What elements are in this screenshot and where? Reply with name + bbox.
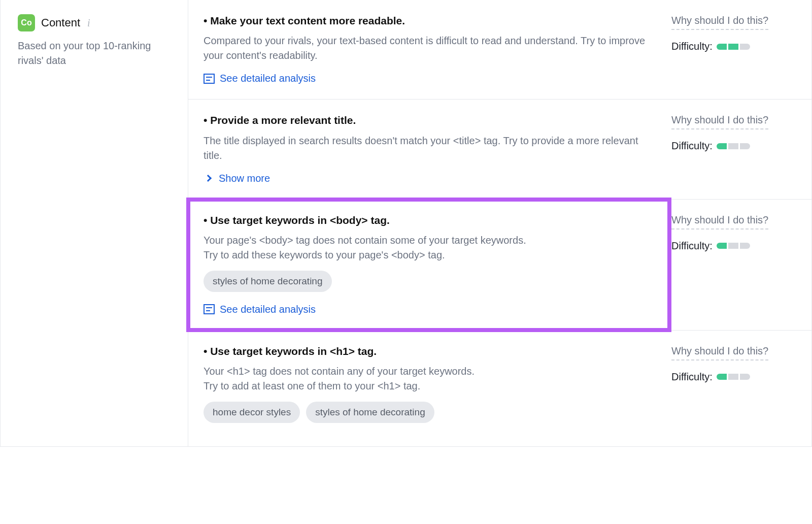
- difficulty-segment: [717, 143, 727, 149]
- why-link[interactable]: Why should I do this?: [671, 13, 768, 30]
- recommendation-meta: Why should I do this?Difficulty:: [669, 100, 811, 199]
- difficulty-segment: [740, 143, 750, 149]
- recommendation-body: Make your text content more readable.Com…: [188, 0, 669, 99]
- difficulty-meter: [717, 374, 750, 380]
- recommendation-item: Provide a more relevant title.The title …: [188, 100, 811, 199]
- difficulty-row: Difficulty:: [671, 139, 800, 153]
- difficulty-label: Difficulty:: [671, 370, 713, 384]
- recommendation-item: Use target keywords in <body> tag.Your p…: [188, 200, 811, 331]
- link-label: Show more: [219, 171, 270, 186]
- difficulty-segment: [740, 243, 750, 249]
- recommendation-body: Use target keywords in <h1> tag.Your <h1…: [188, 331, 669, 446]
- difficulty-segment: [728, 44, 738, 50]
- difficulty-meter: [717, 143, 750, 149]
- difficulty-label: Difficulty:: [671, 139, 713, 153]
- content-recommendations-panel: Co Content i Based on your top 10-rankin…: [0, 0, 812, 447]
- document-icon: [204, 304, 215, 314]
- recommendation-title: Make your text content more readable.: [204, 13, 654, 28]
- difficulty-segment: [728, 374, 738, 380]
- recommendation-meta: Why should I do this?Difficulty:: [669, 0, 811, 99]
- difficulty-row: Difficulty:: [671, 239, 800, 253]
- sidebar: Co Content i Based on your top 10-rankin…: [1, 0, 188, 446]
- difficulty-row: Difficulty:: [671, 370, 800, 384]
- sidebar-header: Co Content i: [18, 14, 173, 31]
- recommendation-body: Use target keywords in <body> tag.Your p…: [188, 200, 669, 330]
- difficulty-meter: [717, 243, 750, 249]
- document-icon: [204, 74, 215, 84]
- difficulty-segment: [717, 243, 727, 249]
- recommendation-description: Your page's <body> tag does not contain …: [204, 233, 654, 263]
- sidebar-title: Content: [41, 15, 80, 31]
- recommendation-meta: Why should I do this?Difficulty:: [669, 200, 811, 330]
- sidebar-subtitle: Based on your top 10-ranking rivals' dat…: [18, 39, 173, 68]
- why-link[interactable]: Why should I do this?: [671, 113, 768, 129]
- difficulty-label: Difficulty:: [671, 39, 713, 54]
- see-detailed-analysis-link[interactable]: See detailed analysis: [204, 71, 654, 86]
- chevron-right-icon: [205, 175, 212, 182]
- recommendation-item: Make your text content more readable.Com…: [188, 0, 811, 100]
- difficulty-segment: [740, 44, 750, 50]
- difficulty-segment: [728, 243, 738, 249]
- show-more-link[interactable]: Show more: [204, 171, 654, 186]
- recommendation-description: Your <h1> tag does not contain any of yo…: [204, 364, 654, 394]
- keyword-pill[interactable]: styles of home decorating: [306, 402, 434, 423]
- why-link[interactable]: Why should I do this?: [671, 344, 768, 361]
- keyword-pill-row: styles of home decorating: [204, 271, 654, 292]
- recommendation-body: Provide a more relevant title.The title …: [188, 100, 669, 199]
- recommendation-meta: Why should I do this?Difficulty:: [669, 331, 811, 446]
- recommendations-list: Make your text content more readable.Com…: [188, 0, 811, 446]
- difficulty-segment: [740, 374, 750, 380]
- link-label: See detailed analysis: [220, 71, 316, 86]
- difficulty-meter: [717, 44, 750, 50]
- recommendation-title: Use target keywords in <h1> tag.: [204, 344, 654, 359]
- recommendation-title: Provide a more relevant title.: [204, 113, 654, 128]
- difficulty-segment: [728, 143, 738, 149]
- difficulty-label: Difficulty:: [671, 239, 713, 253]
- keyword-pill[interactable]: styles of home decorating: [204, 271, 332, 292]
- keyword-pill-row: home decor stylesstyles of home decorati…: [204, 402, 654, 423]
- keyword-pill[interactable]: home decor styles: [204, 402, 300, 423]
- see-detailed-analysis-link[interactable]: See detailed analysis: [204, 302, 654, 317]
- content-badge: Co: [18, 14, 35, 31]
- recommendation-item: Use target keywords in <h1> tag.Your <h1…: [188, 331, 811, 446]
- recommendation-description: The title displayed in search results do…: [204, 134, 654, 163]
- recommendation-description: Compared to your rivals, your text-based…: [204, 34, 654, 63]
- why-link[interactable]: Why should I do this?: [671, 213, 768, 230]
- recommendation-title: Use target keywords in <body> tag.: [204, 213, 654, 228]
- difficulty-row: Difficulty:: [671, 39, 800, 54]
- link-label: See detailed analysis: [220, 302, 316, 317]
- info-icon[interactable]: i: [86, 16, 90, 30]
- difficulty-segment: [717, 44, 727, 50]
- difficulty-segment: [717, 374, 727, 380]
